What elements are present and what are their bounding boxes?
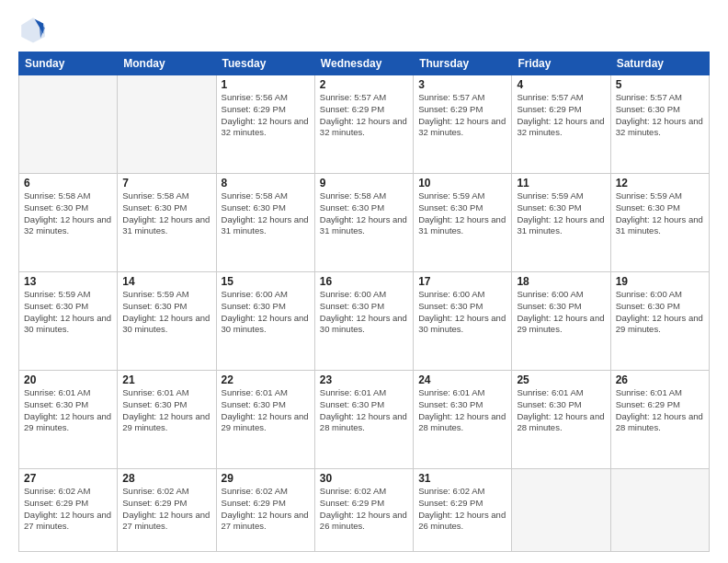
- day-detail: Sunrise: 5:58 AMSunset: 6:30 PMDaylight:…: [24, 190, 112, 237]
- day-number: 28: [122, 472, 210, 485]
- calendar-cell: 28Sunrise: 6:02 AMSunset: 6:29 PMDayligh…: [118, 469, 216, 552]
- calendar-cell: 9Sunrise: 5:58 AMSunset: 6:30 PMDaylight…: [314, 174, 413, 272]
- day-number: 12: [616, 177, 704, 190]
- day-detail: Sunrise: 6:01 AMSunset: 6:30 PMDaylight:…: [122, 387, 210, 434]
- day-detail: Sunrise: 5:59 AMSunset: 6:30 PMDaylight:…: [122, 289, 210, 336]
- week-row-3: 13Sunrise: 5:59 AMSunset: 6:30 PMDayligh…: [19, 272, 710, 371]
- day-number: 24: [418, 373, 506, 386]
- day-number: 7: [122, 177, 210, 190]
- calendar-cell: 24Sunrise: 6:01 AMSunset: 6:30 PMDayligh…: [414, 371, 512, 469]
- day-detail: Sunrise: 6:01 AMSunset: 6:29 PMDaylight:…: [616, 387, 704, 434]
- calendar-cell: [610, 469, 709, 552]
- calendar-cell: 20Sunrise: 6:01 AMSunset: 6:30 PMDayligh…: [19, 371, 118, 469]
- weekday-header-sunday: Sunday: [19, 52, 118, 75]
- day-detail: Sunrise: 6:01 AMSunset: 6:30 PMDaylight:…: [222, 387, 310, 434]
- day-detail: Sunrise: 5:59 AMSunset: 6:30 PMDaylight:…: [418, 190, 506, 237]
- calendar-cell: 14Sunrise: 5:59 AMSunset: 6:30 PMDayligh…: [118, 272, 216, 371]
- day-number: 5: [616, 78, 704, 91]
- logo-icon: [18, 15, 48, 44]
- logo: [18, 15, 51, 44]
- header: [18, 15, 710, 44]
- calendar-table: SundayMondayTuesdayWednesdayThursdayFrid…: [18, 52, 710, 552]
- weekday-header-row: SundayMondayTuesdayWednesdayThursdayFrid…: [19, 52, 710, 75]
- day-number: 15: [222, 275, 310, 288]
- calendar-cell: 1Sunrise: 5:56 AMSunset: 6:29 PMDaylight…: [216, 75, 314, 174]
- day-detail: Sunrise: 5:58 AMSunset: 6:30 PMDaylight:…: [122, 190, 210, 237]
- day-number: 26: [616, 373, 704, 386]
- day-detail: Sunrise: 5:58 AMSunset: 6:30 PMDaylight:…: [222, 190, 310, 237]
- day-detail: Sunrise: 5:59 AMSunset: 6:30 PMDaylight:…: [24, 289, 112, 336]
- day-number: 18: [517, 275, 605, 288]
- weekday-header-thursday: Thursday: [414, 52, 512, 75]
- day-detail: Sunrise: 6:00 AMSunset: 6:30 PMDaylight:…: [517, 289, 605, 336]
- day-number: 17: [418, 275, 506, 288]
- weekday-header-wednesday: Wednesday: [314, 52, 413, 75]
- calendar-cell: 29Sunrise: 6:02 AMSunset: 6:29 PMDayligh…: [216, 469, 314, 552]
- calendar-cell: [19, 75, 118, 174]
- calendar-cell: 17Sunrise: 6:00 AMSunset: 6:30 PMDayligh…: [414, 272, 512, 371]
- day-detail: Sunrise: 6:00 AMSunset: 6:30 PMDaylight:…: [222, 289, 310, 336]
- weekday-header-friday: Friday: [512, 52, 610, 75]
- page: SundayMondayTuesdayWednesdayThursdayFrid…: [0, 0, 728, 563]
- calendar-cell: 2Sunrise: 5:57 AMSunset: 6:29 PMDaylight…: [314, 75, 413, 174]
- day-number: 23: [320, 373, 408, 386]
- week-row-2: 6Sunrise: 5:58 AMSunset: 6:30 PMDaylight…: [19, 174, 710, 272]
- day-number: 3: [418, 78, 506, 91]
- calendar-cell: 11Sunrise: 5:59 AMSunset: 6:30 PMDayligh…: [512, 174, 610, 272]
- day-number: 4: [517, 78, 605, 91]
- day-detail: Sunrise: 6:02 AMSunset: 6:29 PMDaylight:…: [222, 486, 310, 533]
- day-detail: Sunrise: 6:02 AMSunset: 6:29 PMDaylight:…: [24, 486, 112, 533]
- day-number: 6: [24, 177, 112, 190]
- day-number: 25: [517, 373, 605, 386]
- calendar-cell: 16Sunrise: 6:00 AMSunset: 6:30 PMDayligh…: [314, 272, 413, 371]
- day-number: 22: [222, 373, 310, 386]
- day-detail: Sunrise: 6:01 AMSunset: 6:30 PMDaylight:…: [24, 387, 112, 434]
- day-number: 10: [418, 177, 506, 190]
- day-detail: Sunrise: 5:56 AMSunset: 6:29 PMDaylight:…: [222, 92, 310, 139]
- calendar-cell: 30Sunrise: 6:02 AMSunset: 6:29 PMDayligh…: [314, 469, 413, 552]
- calendar-cell: [512, 469, 610, 552]
- day-detail: Sunrise: 6:02 AMSunset: 6:29 PMDaylight:…: [418, 486, 506, 533]
- day-number: 29: [222, 472, 310, 485]
- day-detail: Sunrise: 6:02 AMSunset: 6:29 PMDaylight:…: [320, 486, 408, 533]
- day-number: 13: [24, 275, 112, 288]
- calendar-cell: 23Sunrise: 6:01 AMSunset: 6:30 PMDayligh…: [314, 371, 413, 469]
- day-detail: Sunrise: 6:01 AMSunset: 6:30 PMDaylight:…: [320, 387, 408, 434]
- day-detail: Sunrise: 5:59 AMSunset: 6:30 PMDaylight:…: [517, 190, 605, 237]
- calendar-cell: 15Sunrise: 6:00 AMSunset: 6:30 PMDayligh…: [216, 272, 314, 371]
- day-detail: Sunrise: 5:57 AMSunset: 6:29 PMDaylight:…: [320, 92, 408, 139]
- calendar-cell: 27Sunrise: 6:02 AMSunset: 6:29 PMDayligh…: [19, 469, 118, 552]
- calendar-cell: 5Sunrise: 5:57 AMSunset: 6:30 PMDaylight…: [610, 75, 709, 174]
- day-detail: Sunrise: 5:59 AMSunset: 6:30 PMDaylight:…: [616, 190, 704, 237]
- day-detail: Sunrise: 6:01 AMSunset: 6:30 PMDaylight:…: [517, 387, 605, 434]
- calendar-cell: 19Sunrise: 6:00 AMSunset: 6:30 PMDayligh…: [610, 272, 709, 371]
- week-row-1: 1Sunrise: 5:56 AMSunset: 6:29 PMDaylight…: [19, 75, 710, 174]
- calendar-cell: 6Sunrise: 5:58 AMSunset: 6:30 PMDaylight…: [19, 174, 118, 272]
- day-number: 1: [222, 78, 310, 91]
- day-detail: Sunrise: 6:00 AMSunset: 6:30 PMDaylight:…: [616, 289, 704, 336]
- calendar-cell: 4Sunrise: 5:57 AMSunset: 6:29 PMDaylight…: [512, 75, 610, 174]
- day-detail: Sunrise: 6:00 AMSunset: 6:30 PMDaylight:…: [320, 289, 408, 336]
- day-detail: Sunrise: 5:58 AMSunset: 6:30 PMDaylight:…: [320, 190, 408, 237]
- week-row-5: 27Sunrise: 6:02 AMSunset: 6:29 PMDayligh…: [19, 469, 710, 552]
- day-number: 19: [616, 275, 704, 288]
- day-detail: Sunrise: 5:57 AMSunset: 6:29 PMDaylight:…: [517, 92, 605, 139]
- day-number: 21: [122, 373, 210, 386]
- week-row-4: 20Sunrise: 6:01 AMSunset: 6:30 PMDayligh…: [19, 371, 710, 469]
- day-number: 8: [222, 177, 310, 190]
- day-number: 27: [24, 472, 112, 485]
- day-detail: Sunrise: 6:01 AMSunset: 6:30 PMDaylight:…: [418, 387, 506, 434]
- calendar-cell: 7Sunrise: 5:58 AMSunset: 6:30 PMDaylight…: [118, 174, 216, 272]
- day-number: 11: [517, 177, 605, 190]
- calendar-cell: [118, 75, 216, 174]
- calendar-cell: 12Sunrise: 5:59 AMSunset: 6:30 PMDayligh…: [610, 174, 709, 272]
- weekday-header-tuesday: Tuesday: [216, 52, 314, 75]
- day-number: 31: [418, 472, 506, 485]
- day-detail: Sunrise: 5:57 AMSunset: 6:29 PMDaylight:…: [418, 92, 506, 139]
- day-number: 16: [320, 275, 408, 288]
- calendar-cell: 3Sunrise: 5:57 AMSunset: 6:29 PMDaylight…: [414, 75, 512, 174]
- day-detail: Sunrise: 6:02 AMSunset: 6:29 PMDaylight:…: [122, 486, 210, 533]
- day-detail: Sunrise: 5:57 AMSunset: 6:30 PMDaylight:…: [616, 92, 704, 139]
- calendar-cell: 31Sunrise: 6:02 AMSunset: 6:29 PMDayligh…: [414, 469, 512, 552]
- weekday-header-saturday: Saturday: [610, 52, 709, 75]
